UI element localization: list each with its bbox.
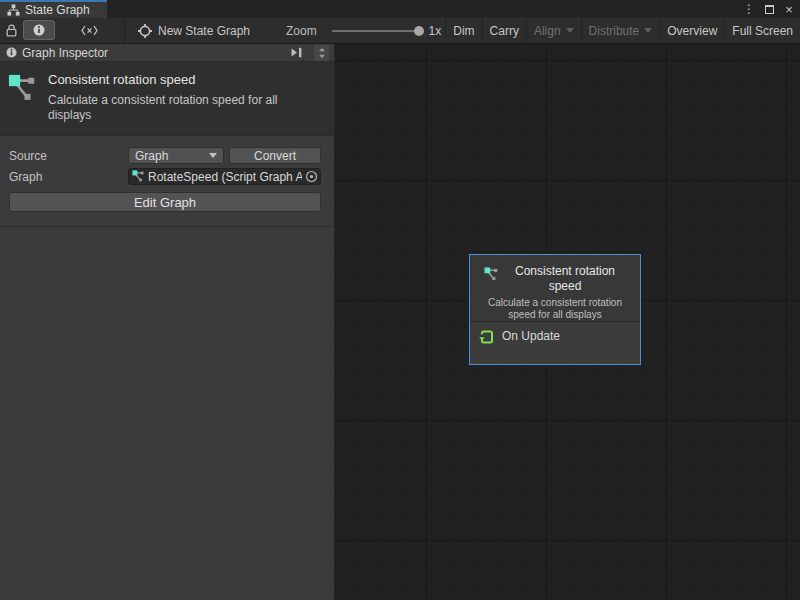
source-dropdown-value: Graph [135, 149, 168, 163]
graph-summary-block: Consistent rotation speed Calculate a co… [0, 62, 334, 136]
maximize-icon[interactable] [762, 1, 776, 17]
new-state-graph-label: New State Graph [158, 24, 250, 38]
dim-button[interactable]: Dim [445, 18, 481, 43]
lock-button[interactable] [0, 18, 23, 43]
graph-field-label: Graph [9, 170, 128, 184]
overview-button[interactable]: Overview [659, 18, 724, 43]
zoom-slider[interactable] [332, 18, 421, 43]
script-graph-icon [484, 267, 499, 282]
chevron-down-icon [644, 28, 652, 33]
align-label: Align [534, 24, 561, 38]
state-node-header: Consistent rotation speed Calculate a co… [470, 255, 640, 321]
window-menu-icon[interactable]: ⋮ [742, 1, 756, 17]
close-icon[interactable]: × [782, 1, 796, 17]
panel-title: Graph Inspector [22, 46, 108, 60]
new-state-graph-button[interactable]: New State Graph [131, 18, 257, 43]
carry-button[interactable]: Carry [482, 18, 526, 43]
graph-object-value: RotateSpeed (Script Graph A [148, 170, 302, 184]
info-icon [6, 47, 17, 58]
dim-label: Dim [453, 24, 474, 38]
align-button[interactable]: Align [526, 18, 581, 43]
edit-graph-button[interactable]: Edit Graph [9, 192, 321, 212]
full-screen-button[interactable]: Full Screen [724, 18, 800, 43]
tab-state-graph[interactable]: State Graph [0, 0, 107, 18]
node-event-label: On Update [502, 329, 560, 343]
source-dropdown[interactable]: Graph [128, 147, 224, 164]
code-icon [81, 25, 98, 36]
info-icon [33, 24, 45, 36]
chevron-down-icon [566, 28, 574, 33]
source-label: Source [9, 149, 128, 163]
node-description: Calculate a consistent rotation speed fo… [474, 297, 636, 321]
graph-object-field[interactable]: RotateSpeed (Script Graph A [128, 168, 321, 185]
panel-scroll-spinner[interactable] [314, 45, 329, 61]
carry-label: Carry [490, 24, 519, 38]
inspector-fields: Source Graph Convert Graph [0, 136, 334, 185]
panel-divider [0, 226, 334, 227]
toolbar-separator [124, 18, 125, 43]
node-title: Consistent rotation speed [504, 264, 626, 294]
toolbar-right-group: Dim Carry Align Distribute Overview Full… [445, 18, 800, 43]
distribute-button[interactable]: Distribute [581, 18, 660, 43]
convert-button[interactable]: Convert [229, 147, 321, 164]
title-bar: State Graph ⋮ × [0, 0, 800, 18]
graph-inspector-panel: Graph Inspector Consistent rotati [0, 44, 335, 600]
zoom-value: 1x [425, 18, 446, 43]
tab-title: State Graph [25, 3, 90, 17]
variables-button[interactable] [55, 18, 124, 43]
zoom-label: Zoom [279, 18, 324, 43]
graph-title: Consistent rotation speed [48, 72, 324, 87]
overview-label: Overview [667, 24, 717, 38]
node-event-row[interactable]: On Update [470, 321, 640, 364]
graph-inspector-header: Graph Inspector [0, 44, 334, 62]
inspector-toggle-button[interactable] [23, 20, 55, 40]
state-node[interactable]: Consistent rotation speed Calculate a co… [469, 254, 641, 365]
lock-icon [6, 24, 17, 37]
new-graph-icon [138, 24, 152, 38]
graph-description: Calculate a consistent rotation speed fo… [48, 93, 324, 123]
convert-label: Convert [254, 149, 296, 163]
object-picker-icon[interactable] [305, 170, 318, 183]
edit-graph-label: Edit Graph [134, 195, 196, 210]
dock-panel-icon[interactable] [290, 47, 303, 58]
full-screen-label: Full Screen [732, 24, 793, 38]
zoom-slider-track [332, 30, 421, 32]
zoom-slider-handle[interactable] [414, 26, 424, 36]
window-controls: ⋮ × [742, 0, 796, 18]
script-graph-icon [8, 74, 38, 123]
on-update-icon [479, 329, 495, 345]
script-graph-icon [132, 170, 145, 183]
graph-toolbar: New State Graph Zoom 1x Dim Carry Align … [0, 18, 800, 44]
chevron-down-icon [209, 153, 217, 158]
distribute-label: Distribute [589, 24, 640, 38]
hierarchy-icon [7, 4, 20, 16]
